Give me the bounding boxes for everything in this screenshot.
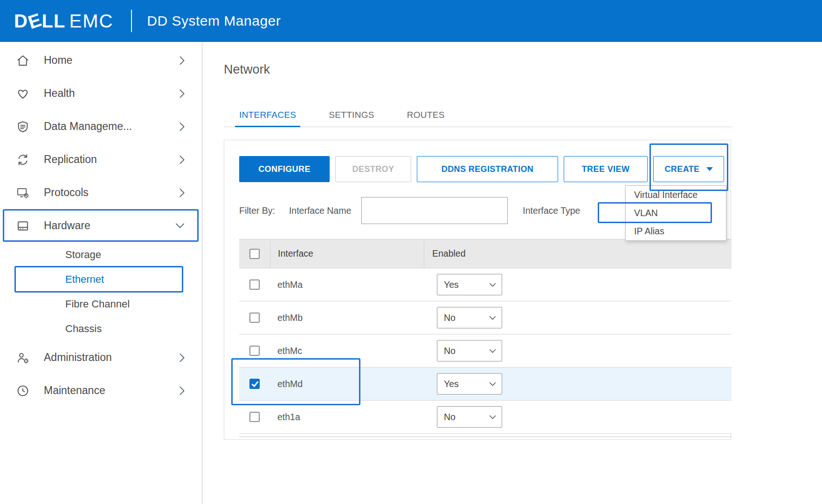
interface-name-input[interactable] <box>361 197 508 224</box>
sidebar-item-data-management[interactable]: Data Manageme... <box>0 110 202 143</box>
table-bottom-rule <box>239 436 732 437</box>
chevron-right-icon <box>179 89 185 99</box>
interfaces-panel: CONFIGURE DESTROY DDNS REGISTRATION TREE… <box>224 140 731 440</box>
row-checkbox[interactable] <box>249 412 260 422</box>
enabled-select[interactable]: No <box>437 340 502 361</box>
heart-icon <box>16 87 30 101</box>
configure-button[interactable]: CONFIGURE <box>239 156 330 182</box>
interface-name: ethMb <box>270 301 424 334</box>
enabled-select[interactable]: Yes <box>437 373 502 395</box>
select-all-checkbox[interactable] <box>249 249 260 259</box>
interface-name: ethMd <box>270 368 424 400</box>
sidebar-item-protocols[interactable]: Protocols <box>0 176 202 209</box>
hardware-submenu: Storage Ethernet Fibre Channel Chassis <box>0 242 202 341</box>
enabled-select-value: No <box>444 346 456 356</box>
sidebar-item-label: Protocols <box>44 186 89 199</box>
interface-name: ethMc <box>270 334 424 367</box>
create-button[interactable]: CREATE <box>653 156 724 182</box>
chevron-right-icon <box>179 386 185 396</box>
interface-name: eth1a <box>270 401 424 433</box>
tab-settings[interactable]: SETTINGS <box>325 105 378 127</box>
sidebar-item-hardware[interactable]: Hardware <box>0 209 202 242</box>
header-checkbox-cell <box>239 239 270 268</box>
row-checkbox[interactable] <box>249 346 260 356</box>
chevron-down-icon <box>489 349 496 353</box>
sidebar-item-replication[interactable]: Replication <box>0 143 202 176</box>
tab-interfaces[interactable]: INTERFACES <box>235 105 300 127</box>
ddns-registration-button[interactable]: DDNS REGISTRATION <box>417 156 558 182</box>
enabled-cell: No <box>424 301 732 334</box>
sidebar-item-fibre-channel[interactable]: Fibre Channel <box>0 292 202 316</box>
sidebar-item-label: Home <box>44 54 72 67</box>
screen-gear-icon <box>16 186 30 200</box>
page-title: Network <box>224 62 270 77</box>
row-checkbox[interactable] <box>249 379 260 389</box>
table-row: eth1a No <box>239 401 732 434</box>
tab-routes[interactable]: ROUTES <box>403 105 449 127</box>
chevron-right-icon <box>179 353 185 363</box>
gauge-clock-icon <box>16 384 30 398</box>
sidebar-item-ethernet[interactable]: Ethernet <box>0 267 202 292</box>
table-row: ethMa Yes <box>239 268 732 301</box>
interface-name: ethMa <box>270 268 424 301</box>
menu-item-vlan[interactable]: VLAN <box>626 204 726 222</box>
sidebar-item-administration[interactable]: Administration <box>0 341 202 374</box>
chevron-down-icon <box>175 223 185 229</box>
filter-by-label: Filter By: <box>239 205 275 216</box>
main-content: Network INTERFACES SETTINGS ROUTES CONFI… <box>202 42 822 504</box>
page: D E LL EMC DD System Manager Home Health <box>0 0 822 504</box>
create-menu: Virtual Interface VLAN IP Alias <box>625 185 726 241</box>
row-checkbox-cell <box>239 368 270 400</box>
app-title: DD System Manager <box>147 13 281 29</box>
sidebar-item-home[interactable]: Home <box>0 44 202 77</box>
row-checkbox[interactable] <box>249 279 260 290</box>
sidebar-item-chassis[interactable]: Chassis <box>0 316 202 341</box>
chevron-right-icon <box>179 122 185 132</box>
row-checkbox-cell <box>239 401 270 433</box>
sidebar-item-health[interactable]: Health <box>0 77 202 110</box>
home-icon <box>16 54 30 68</box>
caret-down-icon <box>706 167 713 171</box>
enabled-select-value: No <box>444 313 456 323</box>
sync-arrows-icon <box>16 153 30 167</box>
chevron-right-icon <box>179 188 185 198</box>
column-header-enabled: Enabled <box>424 239 732 268</box>
create-button-label: CREATE <box>664 164 699 174</box>
dell-emc-logo: D E LL EMC <box>14 11 113 32</box>
enabled-select[interactable]: No <box>437 406 502 428</box>
enabled-select-value: Yes <box>444 279 459 290</box>
shield-icon <box>16 120 30 134</box>
toolbar: CONFIGURE DESTROY DDNS REGISTRATION TREE… <box>239 156 724 182</box>
enabled-cell: Yes <box>424 268 732 301</box>
sidebar-item-storage[interactable]: Storage <box>0 242 202 267</box>
storage-appliance-icon <box>16 219 30 233</box>
sidebar: Home Health Data Manageme... <box>0 42 202 504</box>
header-divider <box>131 10 132 32</box>
chevron-right-icon <box>179 155 185 165</box>
chevron-right-icon <box>179 55 185 66</box>
chevron-down-icon <box>489 316 496 320</box>
enabled-cell: Yes <box>424 368 732 400</box>
table-row: ethMb No <box>239 301 732 334</box>
sidebar-item-label: Replication <box>44 153 97 166</box>
row-checkbox[interactable] <box>249 313 260 323</box>
enabled-select[interactable]: No <box>437 307 502 328</box>
enabled-select-value: No <box>444 412 456 422</box>
sidebar-item-label: Maintenance <box>44 384 105 397</box>
tab-bar: INTERFACES SETTINGS ROUTES <box>224 105 732 127</box>
row-checkbox-cell <box>239 301 270 334</box>
destroy-button[interactable]: DESTROY <box>335 156 411 182</box>
tree-view-button[interactable]: TREE VIEW <box>564 156 648 182</box>
interface-name-label: Interface Name <box>289 205 351 216</box>
logo-letter: LL <box>42 11 66 32</box>
sidebar-item-maintenance[interactable]: Maintenance <box>0 374 202 407</box>
menu-item-ip-alias[interactable]: IP Alias <box>626 222 726 240</box>
logo-emc: EMC <box>69 11 113 32</box>
interfaces-table: Interface Enabled ethMa Yes ethMb <box>239 239 732 437</box>
chevron-down-icon <box>489 382 496 386</box>
enabled-cell: No <box>424 401 732 433</box>
menu-item-virtual-interface[interactable]: Virtual Interface <box>626 186 726 204</box>
filter-row: Filter By: Interface Name Interface Type <box>239 196 580 225</box>
enabled-select[interactable]: Yes <box>437 274 502 295</box>
row-checkbox-cell <box>239 334 270 367</box>
